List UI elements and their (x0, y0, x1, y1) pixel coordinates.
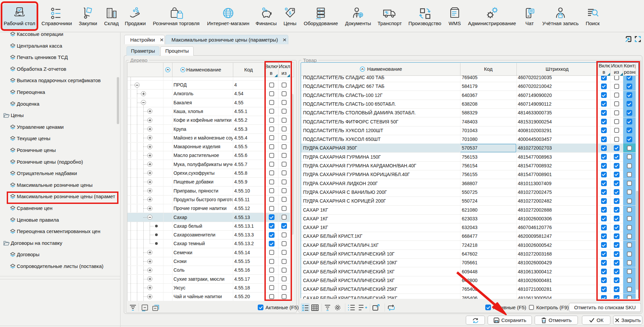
svg-text:$: $ (289, 10, 292, 15)
